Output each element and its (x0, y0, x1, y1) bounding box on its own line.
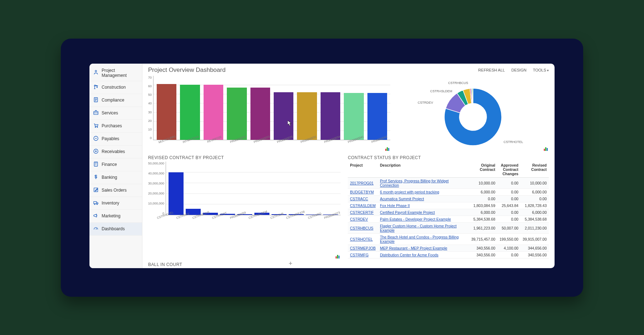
col-project[interactable]: Project (348, 162, 378, 178)
cell-original: 10,000.00 (469, 177, 497, 188)
bar-PR00000023[interactable] (250, 88, 270, 140)
sidebar-item-label: Receivables (102, 149, 125, 154)
description-link[interactable]: MEP Restaurant - MEP Project Example (380, 246, 447, 250)
table-row: CSTRMEPJOB MEP Restaurant - MEP Project … (348, 245, 549, 251)
bar-PR00000042[interactable] (367, 93, 387, 139)
project-link[interactable]: CSTRMEPJOB (350, 246, 376, 250)
col-original[interactable]: OriginalContract (469, 162, 497, 178)
sidebar-item-banking[interactable]: Banking (89, 171, 142, 184)
cell-revised: 6,000.00 (521, 188, 549, 195)
table-row: CSTRCERTIF Certified Payroll Example Pro… (348, 209, 549, 216)
sidebar-item-label: Finance (102, 162, 117, 167)
sidebar-item-purchases[interactable]: Purchases (89, 120, 142, 133)
project-link[interactable]: CSTRACC (350, 197, 368, 201)
sidebar-item-construction[interactable]: Construction (89, 81, 142, 94)
svg-point-10 (94, 203, 95, 205)
col-description[interactable]: Description (378, 162, 469, 178)
project-link[interactable]: CSTRDEV (350, 217, 368, 221)
slice-other3[interactable] (472, 88, 473, 103)
svg-point-4 (95, 127, 96, 127)
cell-revised: 0.00 (521, 195, 549, 202)
description-link[interactable]: Distribution Center for Acme Foods (380, 253, 438, 257)
project-link[interactable]: 2017PROG01 (350, 181, 374, 185)
bar-CSTRHOTEL[interactable] (169, 172, 184, 215)
sidebar-item-payables[interactable]: Payables (89, 133, 142, 146)
cell-revised: 340,556.00 (521, 251, 549, 258)
calculator-icon (93, 161, 99, 168)
project-link[interactable]: CSTRCERTIF (350, 210, 374, 215)
page-title: Project Overview Dashboard (148, 66, 225, 74)
description-link[interactable]: 6 month project with period tracking (380, 190, 439, 194)
cell-changes: 0.00 (497, 195, 521, 202)
sidebar-item-sales-orders[interactable]: Sales Orders (89, 184, 142, 197)
project-link[interactable]: CSTRMFG (350, 253, 369, 257)
description-link[interactable]: Certified Payroll Example Project (380, 210, 435, 215)
cell-revised: 39,915,007.00 (521, 233, 549, 245)
sidebar-item-project-management[interactable]: Project Management (89, 65, 142, 81)
cell-changes: 0.00 (497, 177, 521, 188)
donut-label-CSTRHBCUS: CSTRHBCUS (448, 81, 468, 85)
bar-PR00000025[interactable] (274, 92, 293, 140)
cell-revised: 6,000.00 (521, 209, 549, 216)
cell-original: 340,556.00 (469, 251, 497, 258)
donut-label-CSTRHOTEL: CSTRHOTEL (503, 140, 523, 144)
cell-changes: 0.00 (497, 188, 521, 195)
donut-chart: CSTRDEVCSTRASLDEMCSTRHBCUSCSTRHOTEL (423, 76, 523, 151)
sidebar-item-compliance[interactable]: Compliance (89, 94, 142, 107)
megaphone-icon (93, 213, 99, 220)
project-link[interactable]: CSTRHOTEL (350, 237, 373, 241)
col-changes[interactable]: ApprovedContractChanges (497, 162, 521, 178)
sidebar-item-label: Dashboards (102, 226, 125, 231)
bar-PR00000041[interactable] (344, 93, 364, 139)
table-row: 2017PROG01 Prof Services, Progress Billi… (348, 177, 549, 188)
project-link[interactable]: CSTRHBCUS (350, 226, 373, 230)
bar-REVREC02[interactable] (204, 85, 223, 139)
sidebar-item-finance[interactable]: Finance (89, 158, 142, 171)
add-widget-button[interactable]: + (289, 260, 293, 267)
bar-PR00000031[interactable] (297, 92, 317, 140)
sidebar-item-label: Project Management (102, 68, 138, 78)
description-link[interactable]: Acumatica Summit Project (380, 197, 424, 201)
table-row: CSTRMFG Distribution Center for Acme Foo… (348, 251, 549, 258)
sidebar-item-receivables[interactable]: Receivables (89, 146, 142, 158)
bar-MULTICURR1[interactable] (157, 84, 176, 140)
tools-menu-button[interactable]: TOOLS (533, 68, 549, 72)
cell-original: 5,384,538.68 (469, 216, 497, 222)
description-link[interactable]: Flagler Custom Home - Custom Home Projec… (380, 224, 457, 232)
donut-label-CSTRDEV: CSTRDEV (418, 101, 433, 104)
description-link[interactable]: The Beach Hotel and Condos - Progress Bi… (380, 235, 459, 243)
bar-INTMKT2018[interactable] (180, 85, 200, 139)
sidebar-item-services[interactable]: Services (89, 107, 142, 120)
design-button[interactable]: DESIGN (511, 68, 526, 72)
sidebar-item-label: Inventory (102, 201, 119, 206)
contract-status-panel: CONTRACT STATUS BY PROJECT Project Descr… (348, 151, 549, 258)
description-link[interactable]: Palm Estates - Developer Project Example (380, 217, 451, 221)
bar-PR00000024[interactable] (227, 88, 247, 140)
cell-revised: 1,828,728.43 (521, 202, 549, 209)
cell-changes: 4,100.00 (497, 245, 521, 251)
cell-original: 1,803,084.59 (469, 202, 497, 209)
refresh-all-button[interactable]: REFRESH ALL (478, 68, 505, 72)
description-link[interactable]: Fox Hole Phase II (380, 203, 410, 208)
svg-point-11 (97, 203, 98, 205)
description-link[interactable]: Prof Services, Progress Billing for Widg… (380, 179, 449, 187)
project-link[interactable]: BUDGETBYM (350, 190, 374, 194)
cart-icon (93, 123, 99, 129)
gauge-icon (93, 226, 99, 232)
col-revised[interactable]: RevisedContract (521, 162, 549, 178)
bar-PR00000034[interactable] (321, 92, 340, 140)
project-link[interactable]: CSTRASLDEM (350, 203, 376, 208)
sidebar-item-dashboards[interactable]: Dashboards (89, 223, 142, 236)
sidebar-item-marketing[interactable]: Marketing (89, 210, 142, 223)
crane-icon (93, 84, 99, 91)
table-row: CSTRACC Acumatica Summit Project 0.00 0.… (348, 195, 549, 202)
cell-revised: 2,011,230.00 (521, 222, 549, 233)
sidebar-item-inventory[interactable]: Inventory (89, 197, 142, 210)
chart-indicator-icon[interactable] (385, 146, 390, 150)
svg-point-1 (97, 87, 97, 88)
donut-panel: CSTRDEVCSTRASLDEMCSTRHBCUSCSTRHOTEL (397, 76, 549, 151)
plus-circle-icon (93, 148, 99, 155)
toolbar: REFRESH ALL DESIGN TOOLS (478, 68, 549, 72)
chart-indicator-icon[interactable] (336, 253, 340, 258)
chart-indicator-icon[interactable] (544, 146, 548, 150)
